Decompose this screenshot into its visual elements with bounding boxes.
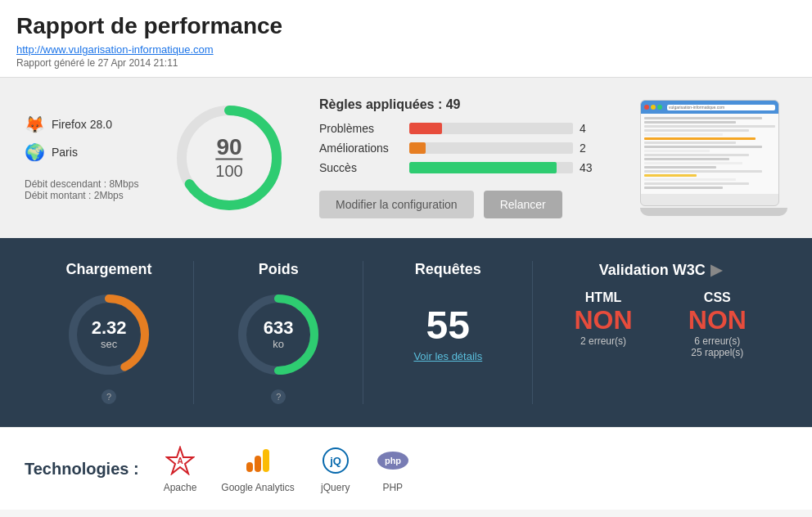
- tech-icons: A Apache Google Analytics jQ: [164, 444, 409, 493]
- problemes-bar: [409, 123, 442, 134]
- ameliorations-bar-wrap: [409, 142, 573, 154]
- globe-icon: 🌍: [25, 142, 45, 162]
- tech-php: php PHP: [377, 444, 409, 493]
- debit-info: Débit descendant : 8Mbps Débit montant :…: [25, 178, 139, 201]
- score-circle: 90 100: [172, 101, 286, 215]
- svg-rect-8: [255, 456, 261, 472]
- rule-row-problemes: Problèmes 4: [319, 122, 607, 135]
- w3c-css: CSS NON 6 erreur(s) 25 rappel(s): [688, 290, 747, 358]
- succes-bar-wrap: [409, 162, 573, 173]
- problemes-bar-wrap: [409, 123, 573, 134]
- poids-value: 633 ko: [264, 318, 294, 350]
- w3c-html: HTML NON 2 erreur(s): [574, 290, 632, 358]
- poids-help-icon[interactable]: ?: [271, 389, 286, 404]
- succes-bar: [409, 162, 557, 173]
- apache-icon: A: [165, 446, 195, 475]
- browser-location: 🌍 Paris: [25, 142, 139, 162]
- stat-requetes: Requêtes 55 Voir les détails: [363, 261, 533, 404]
- w3c-arrow-icon: ▶: [710, 261, 722, 279]
- rules-title: Règles appliquées : 49: [319, 97, 607, 112]
- stat-chargement: Chargement 2.32 sec ?: [25, 261, 194, 404]
- score-text: 90 100: [215, 136, 242, 181]
- website-screenshot: vulgarisation-informatique.com: [640, 100, 787, 216]
- php-icon-wrap: php: [377, 444, 409, 477]
- tech-google-analytics: Google Analytics: [221, 444, 294, 493]
- rule-row-succes: Succès 43: [319, 161, 607, 174]
- stat-poids: Poids 633 ko ?: [194, 261, 363, 404]
- google-analytics-icon: [243, 446, 273, 475]
- relancer-button[interactable]: Relancer: [484, 191, 562, 218]
- header: 👁 Surveiller 📄 PDF ↗ Partager Rapport de…: [0, 0, 812, 78]
- config-button[interactable]: Modifier la configuration: [319, 191, 474, 218]
- svg-text:php: php: [385, 456, 401, 465]
- rule-row-ameliorations: Améliorations 2: [319, 142, 607, 155]
- w3c-cols: HTML NON 2 erreur(s) CSS NON 6 erreur(s)…: [546, 290, 774, 358]
- ameliorations-bar: [409, 142, 426, 154]
- screenshot-mock: vulgarisation-informatique.com: [640, 100, 779, 206]
- chargement-donut: 2.32 sec: [64, 290, 154, 380]
- laptop-base: [640, 208, 787, 216]
- w3c-title: Validation W3C ▶: [546, 261, 774, 279]
- chargement-help-icon[interactable]: ?: [102, 389, 116, 404]
- svg-text:A: A: [177, 456, 183, 465]
- svg-rect-9: [263, 449, 269, 472]
- firefox-icon: 🦊: [25, 115, 45, 134]
- chargement-value: 2.32 sec: [92, 318, 127, 350]
- svg-rect-7: [246, 462, 253, 472]
- stat-w3c: Validation W3C ▶ HTML NON 2 erreur(s) CS…: [533, 261, 787, 404]
- jquery-icon: jQ: [321, 446, 350, 475]
- svg-text:jQ: jQ: [329, 455, 341, 467]
- report-date: Rapport généré le 27 Apr 2014 21:11: [16, 57, 178, 69]
- poids-donut: 633 ko: [233, 290, 323, 380]
- tech-jquery: jQ jQuery: [319, 444, 352, 493]
- tech-section: Technologies : A Apache Google Analytics: [0, 427, 812, 510]
- rules-section: Règles appliquées : 49 Problèmes 4 Améli…: [319, 97, 607, 218]
- site-url[interactable]: http://www.vulgarisation-informatique.co…: [16, 43, 214, 56]
- browser-name: 🦊 Firefox 28.0: [25, 115, 139, 134]
- page-title: Rapport de performance: [16, 13, 796, 39]
- apache-icon-wrap: A: [164, 444, 196, 477]
- stats-inner: Chargement 2.32 sec ? Poids: [25, 261, 787, 404]
- score-section: 🦊 Firefox 28.0 🌍 Paris Débit descendant …: [0, 78, 812, 238]
- jquery-icon-wrap: jQ: [319, 444, 352, 477]
- tech-apache: A Apache: [164, 444, 197, 493]
- browser-info-panel: 🦊 Firefox 28.0 🌍 Paris Débit descendant …: [25, 115, 139, 201]
- google-analytics-icon-wrap: [241, 444, 274, 477]
- requests-center: 55 Voir les détails: [377, 290, 519, 362]
- requests-detail-link[interactable]: Voir les détails: [413, 350, 482, 362]
- action-buttons: Modifier la configuration Relancer: [319, 191, 607, 218]
- stats-section: Chargement 2.32 sec ? Poids: [0, 238, 812, 427]
- tech-title: Technologies :: [25, 460, 139, 479]
- php-icon: php: [377, 451, 409, 470]
